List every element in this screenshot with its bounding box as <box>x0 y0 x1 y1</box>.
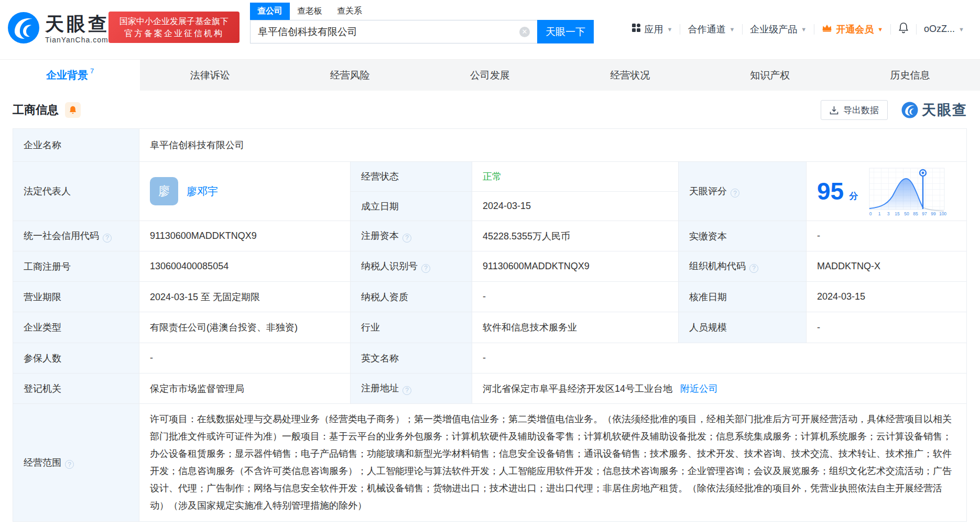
nav-user[interactable]: oOzZ... ▼ <box>917 24 972 35</box>
search-tab-boss[interactable]: 查老板 <box>290 3 330 20</box>
section-title: 工商信息 <box>13 102 59 118</box>
search-input[interactable]: 阜平信创科技有限公司 ✕ <box>250 20 537 43</box>
nav-apps-label: 应用 <box>645 23 663 36</box>
taxpayer-qualification-label: 纳税人资质 <box>351 282 472 312</box>
legal-rep-cell: 廖 廖邓宇 <box>139 162 351 221</box>
address-label: 注册地址? <box>351 374 472 404</box>
nav-apps[interactable]: 应用 ▼ <box>624 23 680 36</box>
badge-line2: 官方备案企业征信机构 <box>114 27 234 39</box>
tab-history-info[interactable]: 历史信息 <box>840 60 980 91</box>
question-icon[interactable]: ? <box>65 460 74 469</box>
tab-label: 公司发展 <box>470 69 510 82</box>
score-axis-ticks: 0 1 3 15 50 85 97 99 100 <box>869 211 947 216</box>
address-value: 河北省保定市阜平县经济开发区14号工业台地 <box>483 383 672 394</box>
svg-text:15: 15 <box>895 211 900 216</box>
score-distribution-chart: 0 1 3 15 50 85 97 99 100 <box>866 166 948 216</box>
nav-enterprise-label: 企业级产品 <box>750 23 797 36</box>
svg-text:85: 85 <box>913 211 918 216</box>
svg-text:0: 0 <box>869 211 872 216</box>
staff-size-value: - <box>807 312 967 343</box>
company-name-value: 阜平信创科技有限公司 <box>139 129 967 162</box>
business-term-label: 营业期限 <box>13 282 139 312</box>
subscribe-bell-button[interactable] <box>65 102 81 118</box>
watermark-logo-icon <box>901 102 918 118</box>
tianyancha-logo-icon <box>7 12 40 46</box>
legal-rep-avatar[interactable]: 廖 <box>150 177 178 205</box>
watermark-logo: 天眼查 <box>901 101 967 119</box>
nav-vip[interactable]: 开通会员 ▼ <box>814 23 890 36</box>
section-header: 工商信息 导出数据 天眼查 <box>0 91 980 128</box>
search-tab-company[interactable]: 查公司 <box>250 3 290 20</box>
business-info-table: 企业名称 阜平信创科技有限公司 法定代表人 廖 廖邓宇 经营状态 正常 天眼评分… <box>13 128 967 522</box>
bell-icon <box>898 22 909 36</box>
question-icon[interactable]: ? <box>421 264 430 273</box>
search-tab-relation[interactable]: 查关系 <box>330 3 369 20</box>
registered-capital-value: 45228.5355万人民币 <box>472 221 679 251</box>
nearby-companies-link[interactable]: 附近公司 <box>680 383 718 394</box>
question-icon[interactable]: ? <box>402 386 411 395</box>
status-value: 正常 <box>472 162 679 192</box>
tab-label: 企业背景 <box>46 68 88 82</box>
nav-coop[interactable]: 合作通道 ▼ <box>680 23 742 36</box>
business-term-value: 2024-03-15 至 无固定期限 <box>139 282 351 312</box>
search-area: 查公司 查老板 查关系 阜平信创科技有限公司 ✕ 天眼一下 <box>250 3 594 43</box>
chevron-down-icon: ▼ <box>801 26 807 32</box>
alert-bell-icon <box>69 105 77 115</box>
clear-icon[interactable]: ✕ <box>519 27 530 37</box>
nav-coop-label: 合作通道 <box>688 23 725 36</box>
question-icon[interactable]: ? <box>103 234 112 243</box>
business-scope-value: 许可项目：在线数据处理与交易处理业务（经营类电子商务）；第一类增值电信业务；第二… <box>139 404 967 522</box>
tianyancha-logo[interactable]: 天眼查 TianYanCha.com <box>7 12 110 46</box>
table-row: 工商注册号 130600400085054 纳税人识别号? 91130600MA… <box>13 251 967 282</box>
search-tabs: 查公司 查老板 查关系 <box>250 3 594 20</box>
svg-text:97: 97 <box>922 211 927 216</box>
chevron-down-icon: ▼ <box>729 26 735 32</box>
score-label-cell: 天眼评分? <box>679 162 807 221</box>
main-tabstrip: 企业背景 7 法律诉讼 经营风险 公司发展 经营状况 知识产权 历史信息 <box>0 59 980 91</box>
established-label: 成立日期 <box>351 192 472 221</box>
nav-enterprise[interactable]: 企业级产品 ▼ <box>743 23 814 36</box>
question-icon[interactable]: ? <box>402 234 411 243</box>
tab-company-background[interactable]: 企业背景 7 <box>0 60 140 91</box>
insured-label: 参保人数 <box>13 343 139 374</box>
paid-in-capital-label: 实缴资本 <box>679 221 807 251</box>
cell-label: 统一社会信用代码 <box>24 230 99 241</box>
tab-operating-risk[interactable]: 经营风险 <box>280 60 420 91</box>
table-row: 经营范围? 许可项目：在线数据处理与交易处理业务（经营类电子商务）；第一类增值电… <box>13 404 967 522</box>
established-value: 2024-03-15 <box>472 192 679 221</box>
question-icon[interactable]: ? <box>731 189 739 197</box>
tab-operating-status[interactable]: 经营状况 <box>560 60 700 91</box>
paid-in-capital-value: - <box>807 221 967 251</box>
cell-label: 组织机构代码 <box>689 261 746 271</box>
tab-label: 法律诉讼 <box>190 69 230 82</box>
badge-line1: 国家中小企业发展子基金旗下 <box>114 15 234 27</box>
taxpayer-id-value: 91130600MADDKTNQX9 <box>472 251 679 282</box>
search-button[interactable]: 天眼一下 <box>537 20 594 43</box>
nav-notifications[interactable] <box>891 22 916 36</box>
chevron-down-icon: ▼ <box>959 26 964 32</box>
registered-capital-label: 注册资本? <box>351 221 472 251</box>
table-row: 营业期限 2024-03-15 至 无固定期限 纳税人资质 - 核准日期 202… <box>13 282 967 312</box>
app-grid-icon <box>631 23 641 35</box>
question-icon[interactable]: ? <box>749 264 758 273</box>
search-input-value: 阜平信创科技有限公司 <box>258 25 357 39</box>
table-row: 统一社会信用代码? 91130600MADDKTNQX9 注册资本? 45228… <box>13 221 967 251</box>
tab-intellectual-property[interactable]: 知识产权 <box>700 60 840 91</box>
export-data-button[interactable]: 导出数据 <box>821 100 888 120</box>
svg-text:3: 3 <box>887 211 890 216</box>
nav-vip-label: 开通会员 <box>836 23 874 36</box>
svg-text:50: 50 <box>904 211 909 216</box>
uscc-value: 91130600MADDKTNQX9 <box>139 221 351 251</box>
tab-legal-proceedings[interactable]: 法律诉讼 <box>140 60 280 91</box>
registration-no-value: 130600400085054 <box>139 251 351 282</box>
legal-rep-name-link[interactable]: 廖邓宇 <box>187 184 218 199</box>
tab-company-development[interactable]: 公司发展 <box>420 60 560 91</box>
company-type-value: 有限责任公司(港澳台投资、非独资) <box>139 312 351 343</box>
export-data-label: 导出数据 <box>843 104 879 116</box>
table-row: 企业名称 阜平信创科技有限公司 <box>13 129 967 162</box>
svg-text:100: 100 <box>939 211 946 216</box>
brand-name: 天眼查 <box>45 15 110 34</box>
english-name-value: - <box>472 343 967 374</box>
tab-label: 经营风险 <box>330 69 370 82</box>
cell-label: 经营范围 <box>24 457 61 468</box>
